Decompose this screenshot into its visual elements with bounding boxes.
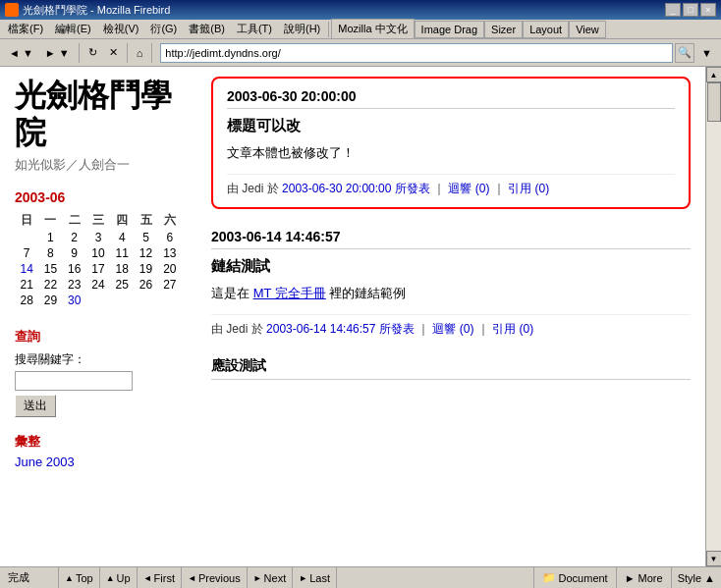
status-up[interactable]: ▲ Up [100, 567, 138, 588]
cal-cell: 7 [15, 245, 38, 261]
toolbar-sep3 [151, 43, 152, 63]
archive-title: 彙整 [15, 433, 182, 451]
cal-cell: 25 [110, 277, 134, 293]
cal-cell: 23 [63, 277, 86, 293]
cal-cell: 28 [15, 293, 38, 308]
status-style[interactable]: Style ▲ [672, 567, 721, 588]
cal-cell: 8 [38, 245, 62, 261]
stop-button[interactable]: ✕ [104, 42, 123, 64]
cal-cell [158, 293, 182, 308]
status-first[interactable]: ◄ First [138, 567, 182, 588]
post2-body-line1: 這是在 [211, 286, 250, 300]
scroll-down-arrow[interactable]: ▼ [706, 551, 722, 566]
menu-bookmarks[interactable]: 書籤(B) [183, 20, 231, 38]
post3-date-partial: 應設測試 [211, 357, 691, 380]
cal-cell: 1 [38, 230, 62, 245]
status-document[interactable]: 📁 Document [534, 567, 617, 588]
first-icon: ◄ [143, 573, 152, 583]
cal-cell-14[interactable]: 14 [15, 261, 38, 277]
menu-bar: 檔案(F) 編輯(E) 檢視(V) 衍(G) 書籤(B) 工具(T) 說明(H)… [0, 20, 721, 39]
scroll-up-arrow[interactable]: ▲ [706, 67, 722, 82]
menu-help[interactable]: 說明(H) [278, 20, 326, 38]
post1-body: 文章本體也被修改了！ [227, 143, 675, 164]
btn-view[interactable]: View [569, 21, 606, 38]
post1-date-link[interactable]: 2003-06-30 20:00:00 所發表 [282, 182, 430, 195]
cal-cell: 13 [158, 245, 182, 261]
next-icon: ► [253, 573, 262, 583]
cal-day-tue: 二 [63, 211, 86, 230]
refresh-button[interactable]: ↻ [83, 42, 102, 64]
post1-trackback-link[interactable]: 引用 (0) [508, 182, 549, 195]
cal-cell: 11 [110, 245, 134, 261]
cal-cell: 17 [86, 261, 110, 277]
post2-trackback-link[interactable]: 引用 (0) [492, 322, 533, 336]
status-previous[interactable]: ◄ Previous [182, 567, 248, 588]
search-label: 搜尋關鍵字： [15, 351, 182, 368]
menu-go[interactable]: 衍(G) [144, 20, 183, 38]
submit-button[interactable]: 送出 [15, 395, 56, 417]
cal-day-thu: 四 [110, 211, 134, 230]
cal-cell-30[interactable]: 30 [63, 293, 86, 308]
title-bar: 光劍格鬥學院 - Mozilla Firebird _ □ × [0, 0, 721, 20]
document-icon: 📁 [542, 571, 556, 584]
status-more[interactable]: ► More [617, 567, 672, 588]
cal-cell: 6 [158, 230, 182, 245]
nav-extra-button[interactable]: ▼ [696, 42, 717, 64]
post2-comment-link[interactable]: 迴響 (0) [432, 322, 473, 336]
post2-date-link[interactable]: 2003-06-14 14:46:57 所發表 [266, 322, 415, 336]
cal-cell: 27 [158, 277, 182, 293]
cal-cell: 20 [158, 261, 182, 277]
first-label: First [154, 572, 175, 584]
home-button[interactable]: ⌂ [132, 42, 148, 64]
status-next[interactable]: ► Next [248, 567, 294, 588]
menu-edit[interactable]: 編輯(E) [49, 20, 97, 38]
address-input[interactable] [160, 43, 673, 63]
main-area: 光劍格鬥學院 如光似影／人劍合一 2003-06 日 一 二 三 四 五 六 [0, 67, 721, 566]
cal-cell: 2 [63, 230, 86, 245]
btn-imagedrag[interactable]: Image Drag [415, 21, 484, 38]
style-arrow: ▲ [704, 572, 715, 584]
post1-footer: 由 Jedi 於 2003-06-30 20:00:00 所發表 ｜ 迴響 (0… [227, 174, 675, 197]
menu-sep [328, 22, 329, 37]
menu-view[interactable]: 檢視(V) [97, 20, 145, 38]
btn-layout[interactable]: Layout [523, 21, 569, 38]
top-label: Top [76, 572, 93, 584]
blog-content: 2003-06-30 20:00:00 標題可以改 文章本體也被修改了！ 由 J… [196, 67, 705, 566]
minimize-button[interactable]: _ [665, 3, 681, 17]
status-top[interactable]: ▲ Top [59, 567, 100, 588]
last-icon: ► [299, 573, 307, 583]
title-bar-buttons[interactable]: _ □ × [665, 3, 716, 17]
cal-cell: 15 [38, 261, 62, 277]
maximize-button[interactable]: □ [683, 3, 698, 17]
last-label: Last [309, 572, 330, 584]
post1-comment-link[interactable]: 迴響 (0) [448, 182, 489, 195]
post-highlighted: 2003-06-30 20:00:00 標題可以改 文章本體也被修改了！ 由 J… [211, 77, 691, 209]
scroll-track[interactable] [706, 82, 722, 551]
post2: 2003-06-14 14:46:57 鏈結測試 這是在 MT 完全手冊 裡的鏈… [211, 229, 691, 338]
post3: 應設測試 [211, 357, 691, 380]
post2-body-link[interactable]: MT 完全手冊 [253, 286, 326, 300]
scroll-thumb[interactable] [707, 82, 721, 122]
scrollbar: ▲ ▼ [705, 67, 721, 566]
cal-cell: 4 [110, 230, 134, 245]
query-title: 查詢 [15, 328, 182, 346]
cal-day-sun: 日 [15, 211, 38, 230]
title-bar-left: 光劍格鬥學院 - Mozilla Firebird [5, 3, 170, 18]
archive-link[interactable]: June 2003 [15, 454, 75, 469]
page-content: 光劍格鬥學院 如光似影／人劍合一 2003-06 日 一 二 三 四 五 六 [0, 67, 705, 566]
menu-file[interactable]: 檔案(F) [2, 20, 49, 38]
menu-tools[interactable]: 工具(T) [231, 20, 278, 38]
cal-cell: 16 [63, 261, 86, 277]
cal-cell: 18 [110, 261, 134, 277]
btn-sizer[interactable]: Sizer [484, 21, 523, 38]
back-button[interactable]: ◄ ▼ [4, 42, 38, 64]
status-last[interactable]: ► Last [293, 567, 337, 588]
forward-button[interactable]: ► ▼ [40, 42, 75, 64]
search-input[interactable] [15, 371, 133, 391]
search-button[interactable]: 🔍 [675, 43, 694, 63]
post1-title: 標題可以改 [227, 117, 675, 135]
btn-mozilla[interactable]: Mozilla 中文化 [331, 19, 414, 39]
calendar-month: 2003-06 [15, 189, 182, 205]
close-button[interactable]: × [700, 3, 716, 17]
more-label: More [638, 572, 663, 584]
